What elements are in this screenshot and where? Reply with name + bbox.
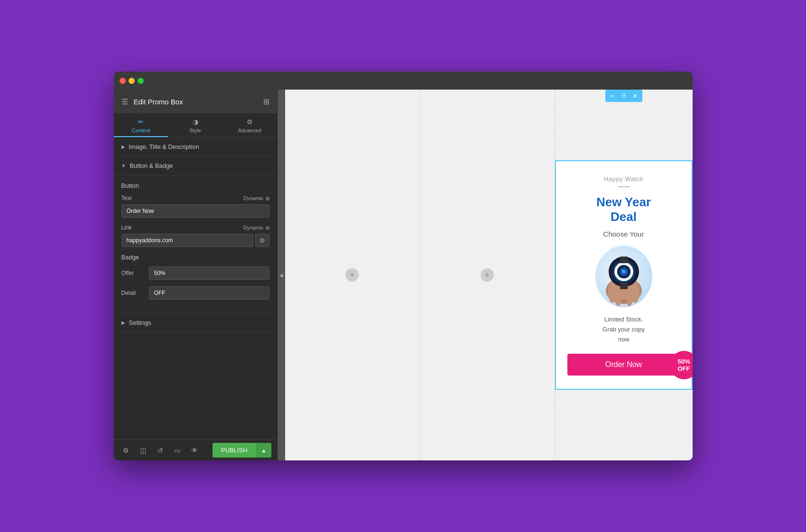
- text-input[interactable]: [121, 204, 269, 218]
- content-tab-icon: ✏: [138, 118, 144, 126]
- publish-btn-group: PUBLISH ▲: [213, 443, 271, 458]
- advanced-tab-icon: ⚙: [247, 118, 253, 126]
- detail-field-group: Detail: [121, 286, 269, 300]
- offer-field-group: Offer: [121, 266, 269, 280]
- promo-order-button[interactable]: Order Now: [567, 354, 680, 376]
- text-field-label-row: Text Dynamic ⊞: [121, 195, 269, 202]
- badge-section: Badge Offer Detail: [121, 254, 269, 300]
- promo-image: [595, 246, 652, 307]
- advanced-tab-label: Advanced: [238, 128, 261, 133]
- publish-button[interactable]: PUBLISH: [213, 443, 256, 458]
- svg-point-10: [621, 269, 623, 271]
- section-settings-label: Settings: [129, 319, 151, 326]
- tab-advanced[interactable]: ⚙ Advanced: [222, 113, 277, 137]
- promo-divider: [618, 186, 630, 187]
- tabs: ✏ Content ◑ Style ⚙ Advanced: [114, 113, 277, 138]
- sidebar-header-left: ☰ Edit Promo Box: [121, 97, 183, 106]
- app-window: ☰ Edit Promo Box ⊞ ✏ Content ◑ Style ⚙ A…: [114, 72, 693, 460]
- settings-icon[interactable]: ⚙: [120, 444, 133, 457]
- detail-field: Detail: [121, 286, 269, 300]
- text-dynamic-badge[interactable]: Dynamic ⊞: [243, 195, 269, 201]
- link-dynamic-icon: ⊞: [266, 225, 269, 230]
- grid-icon[interactable]: ⊞: [263, 97, 269, 106]
- section-button-badge-label: Button & Badge: [130, 162, 173, 169]
- traffic-lights: [120, 78, 144, 84]
- canvas-area: + + + ⠿ ✕ Happy: [285, 90, 693, 460]
- section-button-badge-body: Button Text Dynamic ⊞: [114, 175, 277, 313]
- offer-label: Offer: [121, 270, 145, 276]
- style-tab-label: Style: [189, 128, 201, 133]
- button-subsection-title: Button: [121, 182, 269, 189]
- promo-card: Happy Watch New YearDeal Choose Your: [556, 161, 692, 389]
- tab-content[interactable]: ✏ Content: [114, 113, 168, 137]
- titlebar: [114, 72, 693, 90]
- offer-field: Offer: [121, 266, 269, 280]
- main-area: ☰ Edit Promo Box ⊞ ✏ Content ◑ Style ⚙ A…: [114, 90, 693, 460]
- detail-label: Detail: [121, 290, 145, 296]
- text-field-label: Text: [121, 195, 132, 202]
- add-widget-button-middle[interactable]: +: [481, 268, 494, 282]
- canvas-col-right: + ⠿ ✕ Happy Watch New YearDeal Choose Yo…: [555, 90, 693, 460]
- link-field-label-row: Link Dynamic ⊞: [121, 224, 269, 231]
- sidebar-title: Edit Promo Box: [134, 98, 183, 106]
- watch-svg: [595, 246, 652, 307]
- section-arrow-settings: ▶: [121, 320, 125, 325]
- offer-input[interactable]: [149, 266, 269, 280]
- section-arrow-image: ▶: [121, 144, 125, 149]
- toolbar-move-button[interactable]: ⠿: [619, 91, 629, 101]
- widget-toolbar: + ⠿ ✕: [605, 90, 642, 102]
- badge-line1: 50%: [677, 358, 690, 366]
- traffic-light-yellow[interactable]: [129, 78, 135, 84]
- promo-card-wrapper: Happy Watch New YearDeal Choose Your: [555, 160, 693, 390]
- section-arrow-button: ▼: [121, 163, 126, 168]
- traffic-light-red[interactable]: [120, 78, 126, 84]
- section-image-title-label: Image, Title & Description: [129, 143, 199, 150]
- sidebar-content: ▶ Image, Title & Description ▼ Button & …: [114, 138, 277, 440]
- promo-desc: Limited Stock.Grab your copynow: [602, 315, 645, 344]
- canvas-col-middle[interactable]: +: [420, 90, 555, 460]
- history-icon[interactable]: ↺: [154, 444, 167, 457]
- collapse-handle[interactable]: ◀: [278, 90, 285, 460]
- text-field-group: Text Dynamic ⊞: [121, 195, 269, 218]
- section-settings[interactable]: ▶ Settings: [114, 313, 277, 332]
- dynamic-icon: ⊞: [266, 196, 269, 201]
- promo-tag: Happy Watch: [604, 175, 643, 183]
- hamburger-icon[interactable]: ☰: [121, 97, 128, 106]
- layers-icon[interactable]: ◫: [137, 444, 150, 457]
- canvas-columns: + + + ⠿ ✕ Happy: [285, 90, 693, 460]
- detail-input[interactable]: [149, 286, 269, 300]
- content-tab-label: Content: [132, 128, 150, 133]
- badge-subsection-title: Badge: [121, 254, 269, 261]
- svg-rect-11: [620, 257, 628, 263]
- link-input[interactable]: [121, 234, 253, 247]
- link-input-group: ⚙: [121, 234, 269, 247]
- add-widget-button-left[interactable]: +: [345, 268, 359, 282]
- toolbar-add-button[interactable]: +: [607, 91, 618, 101]
- section-image-title[interactable]: ▶ Image, Title & Description: [114, 138, 277, 156]
- link-field-group: Link Dynamic ⊞ ⚙: [121, 224, 269, 247]
- traffic-light-green[interactable]: [138, 78, 144, 84]
- bottom-bar: ⚙ ◫ ↺ ▭ 👁 PUBLISH ▲: [114, 440, 277, 460]
- badge-line2: OFF: [678, 365, 690, 373]
- tab-style[interactable]: ◑ Style: [168, 113, 222, 137]
- promo-title: New YearDeal: [596, 195, 651, 224]
- sidebar: ☰ Edit Promo Box ⊞ ✏ Content ◑ Style ⚙ A…: [114, 90, 278, 460]
- svg-rect-12: [620, 283, 628, 289]
- link-field-label: Link: [121, 224, 132, 231]
- promo-subtitle: Choose Your: [603, 230, 644, 238]
- responsive-icon[interactable]: ▭: [171, 444, 184, 457]
- section-button-badge-header[interactable]: ▼ Button & Badge: [114, 156, 277, 175]
- link-dynamic-badge[interactable]: Dynamic ⊞: [243, 225, 269, 230]
- link-settings-button[interactable]: ⚙: [255, 234, 269, 247]
- style-tab-icon: ◑: [193, 118, 198, 126]
- publish-dropdown-button[interactable]: ▲: [256, 443, 271, 458]
- toolbar-close-button[interactable]: ✕: [630, 91, 640, 101]
- preview-icon[interactable]: 👁: [188, 444, 201, 457]
- sidebar-header: ☰ Edit Promo Box ⊞: [114, 90, 277, 113]
- canvas-col-left[interactable]: +: [285, 90, 420, 460]
